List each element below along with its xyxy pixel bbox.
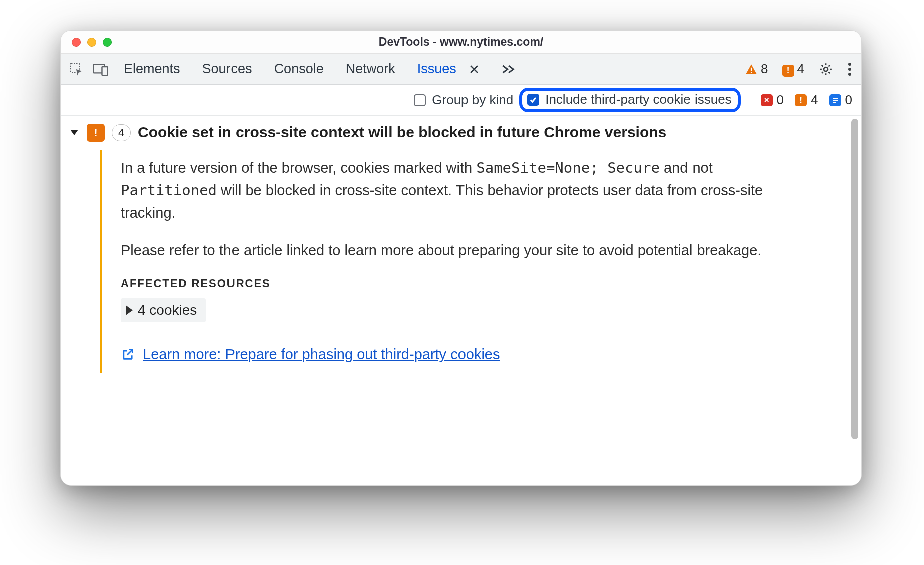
text-segment: and not	[660, 160, 713, 176]
devtools-window: DevTools - www.nytimes.com/	[60, 30, 862, 486]
issue-title: Cookie set in cross-site context will be…	[138, 123, 666, 142]
affected-resources-toggle[interactable]: 4 cookies	[121, 298, 206, 322]
more-tabs-icon[interactable]	[502, 64, 516, 75]
tab-issues[interactable]: Issues	[417, 61, 456, 77]
external-link-icon	[121, 347, 135, 361]
include-third-party-highlight: Include third-party cookie issues	[519, 88, 740, 112]
info-count[interactable]: 0	[829, 92, 852, 108]
breaking-warnings-number: 4	[811, 92, 818, 108]
svg-point-7	[848, 68, 851, 71]
issues-panel-body: ! 4 Cookie set in cross-site context wil…	[61, 116, 861, 485]
issues-count-badge[interactable]: ! 4	[782, 61, 804, 77]
text-segment: will be blocked in cross-site context. T…	[121, 182, 763, 221]
window-title: DevTools - www.nytimes.com/	[61, 35, 861, 49]
svg-rect-10	[833, 100, 838, 101]
code-partitioned: Partitioned	[121, 182, 217, 199]
issue-occurrence-count: 4	[112, 124, 131, 141]
tab-elements[interactable]: Elements	[124, 61, 180, 77]
group-by-kind-checkbox[interactable]: Group by kind	[414, 92, 513, 108]
close-tab-icon[interactable]	[469, 64, 480, 75]
svg-rect-9	[833, 98, 838, 99]
issue-details: In a future version of the browser, cook…	[100, 150, 849, 373]
devtools-toolbar: Elements Sources Console Network Issues …	[61, 54, 861, 85]
issue-description-1: In a future version of the browser, cook…	[121, 157, 782, 224]
issue-square-icon: !	[782, 61, 794, 77]
text-segment: In a future version of the browser, cook…	[121, 160, 476, 176]
include-third-party-checkbox[interactable]: Include third-party cookie issues	[527, 92, 731, 107]
errors-count: 8	[761, 61, 768, 77]
svg-point-5	[824, 67, 828, 71]
svg-point-8	[848, 73, 851, 76]
device-toolbar-icon[interactable]	[93, 62, 109, 77]
issue-header-row[interactable]: ! 4 Cookie set in cross-site context wil…	[61, 116, 861, 145]
code-samesite: SameSite=None; Secure	[476, 159, 660, 176]
issues-filter-bar: Group by kind Include third-party cookie…	[61, 85, 861, 116]
affected-resources-label: 4 cookies	[138, 302, 197, 318]
hidden-errors-number: 0	[777, 92, 784, 108]
warning-triangle-icon	[745, 63, 758, 76]
tab-sources[interactable]: Sources	[202, 61, 252, 77]
info-square-icon	[829, 94, 841, 106]
zoom-window-button[interactable]	[103, 38, 112, 47]
inspect-element-icon[interactable]	[69, 62, 84, 77]
affected-resources-header: AFFECTED RESOURCES	[121, 277, 849, 290]
group-by-kind-label: Group by kind	[432, 92, 513, 108]
vertical-scrollbar[interactable]	[851, 119, 858, 439]
checkbox-checked-icon	[527, 94, 539, 106]
svg-point-6	[848, 63, 851, 66]
issues-count: 4	[797, 61, 804, 77]
hidden-errors-count[interactable]: × 0	[761, 92, 784, 108]
close-window-button[interactable]	[72, 38, 81, 47]
tab-network[interactable]: Network	[346, 61, 395, 77]
error-square-icon: ×	[761, 94, 773, 106]
traffic-lights	[61, 38, 112, 47]
include-third-party-label: Include third-party cookie issues	[545, 92, 731, 107]
svg-rect-3	[751, 67, 752, 71]
learn-more-link[interactable]: Learn more: Prepare for phasing out thir…	[143, 346, 500, 363]
svg-rect-4	[751, 72, 752, 73]
errors-count-badge[interactable]: 8	[745, 61, 768, 77]
checkbox-icon	[414, 94, 426, 106]
svg-rect-2	[102, 67, 107, 75]
more-menu-icon[interactable]	[847, 62, 852, 77]
info-number: 0	[845, 92, 852, 108]
settings-gear-icon[interactable]	[818, 62, 833, 77]
expand-triangle-icon	[126, 305, 133, 315]
svg-rect-11	[833, 102, 836, 103]
warning-square-icon: !	[795, 94, 807, 106]
breaking-warnings-count[interactable]: ! 4	[795, 92, 818, 108]
issue-description-2: Please refer to the article linked to le…	[121, 239, 782, 262]
severity-warning-icon: !	[87, 124, 105, 142]
minimize-window-button[interactable]	[87, 38, 96, 47]
tab-console[interactable]: Console	[274, 61, 324, 77]
window-titlebar: DevTools - www.nytimes.com/	[61, 31, 861, 54]
disclosure-triangle-icon[interactable]	[70, 128, 80, 138]
